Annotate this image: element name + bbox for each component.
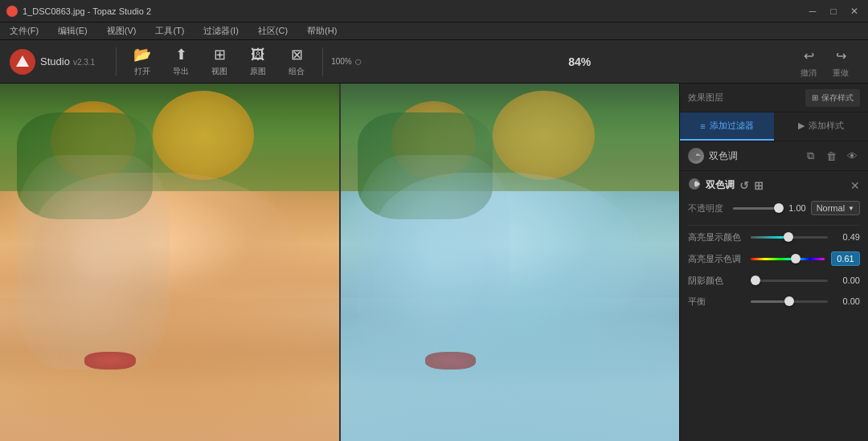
export-label: 导出 xyxy=(173,66,189,77)
sunflower-right-cool xyxy=(493,91,594,180)
opacity-track xyxy=(733,207,779,210)
toolbar-divider-1 xyxy=(116,47,117,76)
panel-expand-button[interactable]: ⊞ xyxy=(754,179,764,192)
open-button[interactable]: 📂 打开 xyxy=(125,43,160,80)
save-style-button[interactable]: ⊞ 保存样式 xyxy=(805,89,860,107)
view-label: 视图 xyxy=(211,66,227,77)
menu-filters[interactable]: 过滤器(I) xyxy=(200,23,241,39)
blend-mode-value: Normal xyxy=(817,203,845,213)
zoom-control[interactable]: 100% ○ xyxy=(331,55,362,69)
panel-title-text: 双色调 xyxy=(706,178,735,192)
filter-visibility-button[interactable]: 👁 xyxy=(844,148,860,164)
undo-label: 撤消 xyxy=(800,67,817,79)
original-button[interactable]: 🖼 原图 xyxy=(240,43,276,80)
sidebar: 效果图层 ⊞ 保存样式 ≡ 添加过滤器 ▶ 添加样式 xyxy=(679,84,868,441)
sidebar-header-title: 效果图层 xyxy=(688,92,723,104)
logo-version: v2.3.1 xyxy=(73,58,95,67)
redo-button[interactable]: ↪ xyxy=(829,45,852,67)
sunflower-right xyxy=(153,91,254,180)
combine-button[interactable]: ⊠ 组合 xyxy=(279,43,314,80)
export-icon: ⬆ xyxy=(175,46,187,63)
menu-edit[interactable]: 编辑(E) xyxy=(55,23,91,39)
toolbar-logo: Studio v2.3.1 xyxy=(10,49,95,75)
canvas-area xyxy=(0,84,679,441)
highlight-color-slider[interactable] xyxy=(751,231,828,243)
redo-group: ↪ 重做 xyxy=(829,45,852,79)
blend-mode-chevron-icon: ▼ xyxy=(848,205,854,212)
opacity-value: 1.00 xyxy=(784,203,806,213)
balance-value: 0.00 xyxy=(834,296,860,306)
menu-community[interactable]: 社区(C) xyxy=(255,23,291,39)
balance-label: 平衡 xyxy=(688,296,744,308)
filtered-photo xyxy=(341,84,680,441)
blend-mode-selector[interactable]: Normal ▼ xyxy=(811,201,860,215)
filter-tab-label: 添加过滤器 xyxy=(710,120,754,132)
title-bar: 1_DSC0863.jpg - Topaz Studio 2 ─ □ ✕ xyxy=(0,0,868,22)
param-row-highlight-color: 高亮显示颜色 0.49 xyxy=(688,231,860,243)
filter-section: 双色调 ⧉ 🗑 👁 xyxy=(680,141,868,171)
sidebar-header: 效果图层 ⊞ 保存样式 xyxy=(680,84,868,112)
window-title: 1_DSC0863.jpg - Topaz Studio 2 xyxy=(23,6,151,16)
shadow-color-label: 阴影颜色 xyxy=(688,275,744,287)
opacity-thumb[interactable] xyxy=(774,203,784,213)
menu-help[interactable]: 帮助(H) xyxy=(304,23,340,39)
panel-title-row: 双色调 ↺ ⊞ ✕ xyxy=(688,178,860,193)
original-icon: 🖼 xyxy=(251,47,265,63)
balance-fill xyxy=(751,300,789,303)
style-tab-label: 添加样式 xyxy=(809,120,844,132)
duotone-icon xyxy=(688,178,701,193)
balance-thumb[interactable] xyxy=(784,296,794,306)
title-bar-left: 1_DSC0863.jpg - Topaz Studio 2 xyxy=(6,6,151,17)
filter-copy-button[interactable]: ⧉ xyxy=(802,148,818,164)
highlight-color-thumb[interactable] xyxy=(784,232,793,242)
shadow-color-slider[interactable] xyxy=(751,274,828,287)
lips-cool xyxy=(425,352,476,370)
maximize-button[interactable]: □ xyxy=(826,4,841,18)
balance-slider[interactable] xyxy=(751,295,828,308)
image-panel-filtered xyxy=(339,84,680,441)
opacity-label: 不透明度 xyxy=(688,202,728,214)
menu-tools[interactable]: 工具(T) xyxy=(152,23,187,39)
menu-file[interactable]: 文件(F) xyxy=(6,23,42,39)
tab-add-filter[interactable]: ≡ 添加过滤器 xyxy=(680,112,774,141)
logo-name: Studio xyxy=(40,55,70,67)
combine-icon: ⊠ xyxy=(291,46,303,63)
shadow-color-thumb[interactable] xyxy=(751,276,760,285)
save-btn-label: 保存样式 xyxy=(821,92,854,104)
export-button[interactable]: ⬆ 导出 xyxy=(163,43,199,80)
param-row-highlight-hue: 高亮显示色调 0.61 xyxy=(688,251,860,266)
opacity-slider[interactable] xyxy=(733,202,779,214)
filter-item-name: 双色调 xyxy=(709,149,797,163)
param-row-shadow-color: 阴影颜色 0.00 xyxy=(688,274,860,287)
tab-add-style[interactable]: ▶ 添加样式 xyxy=(774,112,868,141)
highlight-color-value: 0.49 xyxy=(834,232,860,242)
toolbar-center: 84% xyxy=(365,55,794,68)
param-row-balance: 平衡 0.00 xyxy=(688,295,860,308)
view-button[interactable]: ⊞ 视图 xyxy=(202,43,237,80)
original-label: 原图 xyxy=(250,66,266,77)
toolbar: Studio v2.3.1 📂 打开 ⬆ 导出 ⊞ 视图 🖼 原图 ⊠ 组合 1… xyxy=(0,40,868,84)
highlight-hue-thumb[interactable] xyxy=(791,254,800,263)
filter-actions: ⧉ 🗑 👁 xyxy=(802,148,860,164)
minimize-button[interactable]: ─ xyxy=(805,4,820,18)
app-icon xyxy=(6,6,18,17)
menu-view[interactable]: 视图(V) xyxy=(104,23,140,39)
shadow-color-track xyxy=(751,280,828,282)
menu-bar: 文件(F) 编辑(E) 视图(V) 工具(T) 过滤器(I) 社区(C) 帮助(… xyxy=(0,22,868,40)
toolbar-divider-2 xyxy=(322,47,323,76)
highlight-hue-value: 0.61 xyxy=(831,251,860,266)
redo-label: 重做 xyxy=(833,67,849,79)
logo-icon xyxy=(10,49,35,75)
undo-button[interactable]: ↩ xyxy=(797,45,820,67)
close-button[interactable]: ✕ xyxy=(847,4,862,18)
filter-delete-button[interactable]: 🗑 xyxy=(823,148,839,164)
duotone-panel: 双色调 ↺ ⊞ ✕ 不透明度 1.00 Normal ▼ xyxy=(680,171,868,441)
highlight-hue-label: 高亮显示色调 xyxy=(688,253,744,265)
panel-close-button[interactable]: ✕ xyxy=(850,179,860,192)
highlight-hue-slider[interactable] xyxy=(751,252,825,265)
highlight-hue-track xyxy=(751,258,825,260)
panel-reset-button[interactable]: ↺ xyxy=(739,179,749,192)
toolbar-right: ↩ 撤消 ↪ 重做 xyxy=(797,45,852,79)
style-tab-icon: ▶ xyxy=(798,120,805,131)
logo-text-group: Studio v2.3.1 xyxy=(40,55,95,67)
